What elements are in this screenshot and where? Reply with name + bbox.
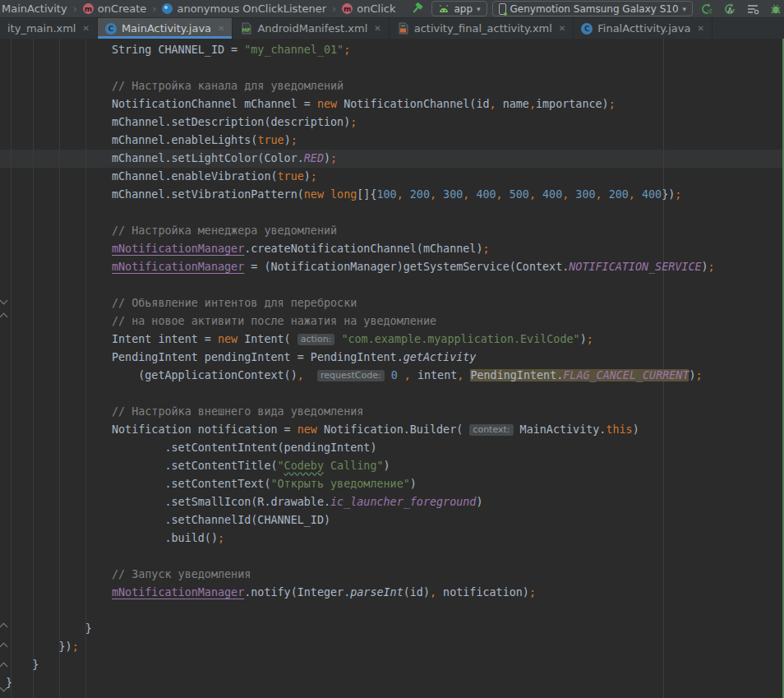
- method-icon: m: [83, 3, 94, 14]
- run-toolbar: app ▾ Genymotion Samsung Galaxy S10 ▾: [408, 1, 784, 17]
- ide-window: MainActivity › m onCreate › anonymous On…: [0, 0, 784, 698]
- tab-label: AndroidManifest.xml: [257, 22, 367, 35]
- tab-finalacttivity-java[interactable]: C FinalActtivity.java ✕: [574, 18, 713, 39]
- breadcrumb-label: anonymous OnClickListener: [177, 2, 326, 15]
- code-line[interactable]: .setContentTitle("Codeby Calling"): [6, 457, 784, 475]
- tab-activity-final-acttivity-xml[interactable]: activity_final_acttivity.xml ✕: [390, 18, 574, 39]
- navigation-bar: MainActivity › m onCreate › anonymous On…: [0, 0, 784, 18]
- breadcrumb-label: onClick: [357, 2, 395, 15]
- code-line[interactable]: .setSmallIcon(R.drawable.ic_launcher_for…: [6, 493, 784, 511]
- code-line[interactable]: mChannel.enableVibration(true);: [6, 168, 784, 186]
- device-label: Genymotion Samsung Galaxy S10: [510, 3, 679, 15]
- code-line[interactable]: // Настройка канала для уведомлений: [6, 77, 784, 95]
- device-phone-icon: [499, 3, 506, 15]
- svg-text:A: A: [728, 7, 733, 14]
- java-class-icon: C: [105, 23, 117, 35]
- code-editor[interactable]: String CHANNEL_ID = "my_channel_01"; // …: [0, 39, 784, 698]
- code-line[interactable]: // Запуск уведомления: [6, 566, 784, 584]
- breadcrumb-item-onclick[interactable]: m onClick: [340, 2, 397, 15]
- run-configuration-label: app: [454, 3, 473, 15]
- code-line[interactable]: }: [6, 656, 784, 674]
- code-line[interactable]: [6, 276, 784, 294]
- svg-text:MF: MF: [242, 27, 251, 34]
- hammer-icon: [411, 2, 425, 16]
- tab-androidmanifest-xml[interactable]: MF AndroidManifest.xml ✕: [233, 18, 389, 39]
- code-line[interactable]: (getApplicationContext(), requestCode: 0…: [6, 367, 784, 385]
- code-line[interactable]: Intent intent = new Intent( action: "com…: [6, 331, 784, 349]
- breadcrumb-item-anonymous-listener[interactable]: anonymous OnClickListener: [160, 2, 328, 15]
- code-line[interactable]: [6, 59, 784, 77]
- code-line[interactable]: // Обьявление интентов для переброски: [6, 294, 784, 312]
- tab-activity-main-xml[interactable]: ity_main.xml ✕: [0, 18, 98, 39]
- code-line[interactable]: .setContentText("Открыть уведомление"): [6, 475, 784, 493]
- breadcrumb-label: MainActivity: [2, 2, 67, 15]
- code-line[interactable]: mChannel.setLightColor(Color.RED);: [6, 150, 784, 168]
- code-line[interactable]: [6, 204, 784, 222]
- tab-label: FinalActtivity.java: [597, 22, 690, 35]
- chevron-right-icon: ›: [328, 2, 340, 15]
- close-icon[interactable]: ✕: [697, 24, 703, 33]
- tab-label: activity_final_acttivity.xml: [414, 22, 552, 35]
- code-line[interactable]: mNotificationManager.createNotificationC…: [6, 240, 784, 258]
- code-line[interactable]: // Настройка внешнего вида уведомления: [6, 403, 784, 421]
- code-line[interactable]: // на новое активити после нажатия на ув…: [6, 312, 784, 331]
- close-icon[interactable]: ✕: [374, 24, 380, 33]
- device-select[interactable]: Genymotion Samsung Galaxy S10 ▾: [492, 1, 694, 16]
- code-line[interactable]: .setContentIntent(pendingIntent): [6, 439, 784, 457]
- chevron-right-icon: ›: [148, 2, 160, 15]
- code-line[interactable]: });: [6, 638, 784, 656]
- profiler-icon: [746, 2, 759, 16]
- debug-bug-icon: [769, 2, 782, 16]
- code-line[interactable]: mNotificationManager = (NotificationMana…: [6, 258, 784, 276]
- code-area[interactable]: String CHANNEL_ID = "my_channel_01"; // …: [6, 41, 784, 692]
- code-line[interactable]: [6, 548, 784, 566]
- tab-mainactivity-java[interactable]: C MainActivity.java ✕: [98, 18, 233, 39]
- code-line[interactable]: mChannel.setVibrationPattern(new long[]{…: [6, 186, 784, 204]
- code-line[interactable]: Notification notification = new Notifica…: [6, 421, 784, 439]
- code-line[interactable]: }: [6, 620, 784, 638]
- code-line[interactable]: [6, 385, 784, 403]
- code-line[interactable]: mChannel.enableLights(true);: [6, 132, 784, 150]
- breadcrumb-item-class[interactable]: MainActivity: [0, 2, 69, 15]
- debug-button[interactable]: [767, 1, 784, 17]
- chevron-down-icon: ▾: [477, 5, 481, 13]
- build-button[interactable]: [408, 1, 427, 17]
- anonymous-class-icon: [162, 3, 173, 14]
- close-icon[interactable]: ✕: [82, 24, 89, 33]
- apply-code-changes-button[interactable]: A: [721, 1, 739, 17]
- close-icon[interactable]: ✕: [559, 24, 565, 33]
- tab-label: MainActivity.java: [122, 22, 211, 35]
- apply-code-changes-icon: A: [723, 2, 736, 16]
- code-line[interactable]: // Настройка менеджера уведомлений: [6, 222, 784, 240]
- method-icon: m: [342, 3, 353, 14]
- run-configuration-select[interactable]: app ▾: [431, 1, 487, 16]
- breadcrumb: MainActivity › m onCreate › anonymous On…: [0, 0, 397, 17]
- layout-xml-icon: [397, 22, 409, 35]
- code-line[interactable]: .build();: [6, 529, 784, 548]
- code-line[interactable]: PendingIntent pendingIntent = PendingInt…: [6, 349, 784, 367]
- chevron-right-icon: ›: [69, 2, 81, 15]
- java-class-icon: C: [581, 23, 593, 35]
- tab-label: ity_main.xml: [7, 22, 76, 35]
- code-line[interactable]: mChannel.setDescription(description);: [6, 113, 784, 132]
- profiler-button[interactable]: [744, 1, 762, 17]
- code-line[interactable]: [6, 602, 784, 620]
- code-line[interactable]: String CHANNEL_ID = "my_channel_01";: [6, 41, 784, 59]
- breadcrumb-label: onCreate: [98, 2, 146, 15]
- apply-changes-button[interactable]: [698, 1, 716, 17]
- code-line[interactable]: mNotificationManager.notify(Integer.pars…: [6, 584, 784, 602]
- close-icon[interactable]: ✕: [218, 24, 224, 33]
- code-line[interactable]: NotificationChannel mChannel = new Notif…: [6, 95, 784, 113]
- editor-tab-bar: ity_main.xml ✕ C MainActivity.java ✕ MF …: [0, 18, 784, 39]
- chevron-down-icon: ▾: [683, 5, 687, 13]
- breadcrumb-item-oncreate[interactable]: m onCreate: [81, 2, 148, 15]
- code-line[interactable]: .setChannelId(CHANNEL_ID): [6, 511, 784, 529]
- code-line[interactable]: }: [6, 674, 784, 692]
- manifest-icon: MF: [240, 22, 252, 35]
- android-icon: [438, 4, 450, 14]
- apply-changes-icon: [700, 2, 713, 16]
